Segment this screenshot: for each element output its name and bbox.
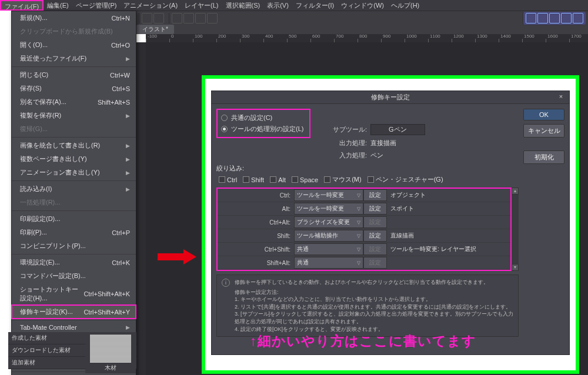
tool-icon[interactable] [537,13,548,24]
initialize-button[interactable]: 初期化 [523,150,564,164]
highlight-frame: 修飾キー設定 × 共通の設定(C) ツールの処理別の設定(L) サブツール:Gペ… [202,75,579,374]
table-row: Ctrl:ツールを一時変更▽設定オブジェクト [218,189,510,202]
filter-checkbox[interactable]: Ctrl [219,176,237,183]
menu-item[interactable]: 画像を統合して書き出し(R)▶ [12,139,136,152]
menu-item[interactable]: 読み込み(I)▶ [12,182,136,196]
tool-icon[interactable] [549,13,560,24]
menu-file[interactable]: ファイル(F) [0,0,44,11]
menu-item[interactable]: アニメーション書き出し(Y)▶ [12,166,136,179]
radio-common[interactable]: 共通の設定(C) [221,112,306,123]
menu-help[interactable]: ヘルプ(H) [387,0,423,11]
tool-icon[interactable] [142,13,152,24]
menu-item[interactable]: 開く(O)...Ctrl+O [12,38,136,52]
menu-item: 一括処理(R)... [12,196,136,209]
modifier-key-label: Ctrl+Alt: [218,219,294,226]
assigned-action: スポイト [387,205,510,213]
assigned-action: 直線描画 [387,232,510,240]
tool-icon[interactable] [526,13,536,24]
document-tab[interactable]: イラスト* [136,25,174,34]
assigned-action: ツールを一時変更: レイヤー選択 [387,245,510,253]
info-icon: i [222,279,230,287]
modifier-key-label: Shift+Alt: [218,260,294,266]
menu-item[interactable]: 修飾キー設定(K)...Ctrl+Shift+Alt+Y [12,305,136,319]
menu-item[interactable]: コンビニプリント(P)... [12,239,136,253]
filter-checkbox[interactable]: ペン・ジェスチャー(G) [368,175,443,184]
menu-item[interactable]: 保存(S)Ctrl+S [12,82,136,95]
settings-button[interactable]: 設定 [363,203,387,215]
menu-item[interactable]: 複数ページ書き出し(Y)▶ [12,152,136,166]
toolbar [136,11,588,25]
menu-item[interactable]: 別名で保存(A)...Shift+Alt+S [12,95,136,109]
output-label: 出力処理: [329,139,367,148]
menu-item[interactable]: 印刷設定(D)... [12,212,136,226]
tool-icon[interactable] [561,13,572,24]
menu-view[interactable]: 表示(V) [263,0,292,11]
menu-item[interactable]: コマンドバー設定(B)... [12,269,136,283]
menu-page[interactable]: ページ管理(P) [72,0,121,11]
chevron-down-icon: ▽ [357,247,360,252]
scroll-down-icon[interactable]: ▾ [512,264,519,271]
tool-icon[interactable] [207,13,218,24]
modifier-key-label: Ctrl: [218,192,294,199]
menu-item[interactable]: 新規(N)...Ctrl+N [12,11,136,25]
menu-item[interactable]: Tab-Mate Controller▶ [12,322,136,333]
action-dropdown[interactable]: ツールを一時変更▽ [294,203,363,215]
settings-button[interactable]: 設定 [363,230,387,242]
tool-icon[interactable] [573,13,583,24]
action-dropdown[interactable]: ブラシサイズを変更▽ [294,216,363,228]
assigned-action: オブジェクト [387,191,510,199]
help-line: 修飾キー設定方法: [235,289,513,296]
chevron-down-icon: ▽ [357,233,360,239]
action-dropdown[interactable]: 共通▽ [294,257,363,269]
tool-icon[interactable] [172,13,182,24]
radio-icon [221,115,228,121]
filter-checkbox[interactable]: Shift [243,176,264,183]
settings-button: 設定 [363,216,387,228]
menu-item[interactable]: ショートカットキー設定(H)...Ctrl+Shift+Alt+K [12,283,136,305]
filter-checkbox[interactable]: Space [292,176,318,183]
close-icon[interactable]: × [556,93,566,102]
filter-checkbox[interactable]: マウス(M) [324,175,362,184]
menu-item[interactable]: 印刷(P)...Ctrl+P [12,226,136,239]
material-thumb[interactable]: 木材 [85,332,136,373]
subtool-field[interactable]: Gペン [370,124,425,135]
radio-per-tool[interactable]: ツールの処理別の設定(L) [221,123,306,135]
table-row: Shift+Alt:共通▽設定 [218,256,510,270]
menu-edit[interactable]: 編集(E) [44,0,72,11]
table-row: Shift:ツール補助操作▽設定直線描画 [218,229,510,243]
tool-icon[interactable] [195,13,206,24]
tool-icon[interactable] [183,13,194,24]
menu-selection[interactable]: 選択範囲(S) [222,0,264,11]
radio-label: ツールの処理別の設定(L) [231,125,303,133]
ok-button[interactable]: OK [523,109,564,120]
filter-checkboxes: CtrlShiftAltSpaceマウス(M)ペン・ジェスチャー(G) [219,175,519,184]
action-dropdown[interactable]: ツールを一時変更▽ [294,189,363,201]
menu-filter[interactable]: フィルター(I) [292,0,338,11]
action-dropdown[interactable]: ツール補助操作▽ [294,230,363,242]
dialog-titlebar: 修飾キー設定 × [212,91,569,104]
menu-animation[interactable]: アニメーション(A) [120,0,181,11]
menu-window[interactable]: ウィンドウ(W) [338,0,387,11]
menu-item[interactable]: 複製を保存(R)▶ [12,109,136,122]
menu-item[interactable]: 最近使ったファイル(F)▶ [12,52,136,65]
scroll-up-icon[interactable]: ▴ [512,188,519,195]
annotation-text: ↑細かいやり方はここに書いてます [250,332,476,350]
ruler-horizontal: -100010020030040050060070080090010001100… [146,34,588,42]
settings-button: 設定 [363,257,387,269]
input-label: 入力処理: [329,151,367,160]
help-line: 1. キーやホイールなどの入力ごとに、割り当てたい動作をリストから選択します。 [235,296,513,303]
menu-layer[interactable]: レイヤー(L) [181,0,222,11]
cancel-button[interactable]: キャンセル [523,124,564,138]
radio-label: 共通の設定(C) [231,113,272,122]
menu-item[interactable]: 環境設定(E)...Ctrl+K [12,256,136,269]
chevron-down-icon: ▽ [357,220,360,225]
chevron-down-icon: ▽ [357,193,360,198]
filter-checkbox[interactable]: Alt [270,176,286,183]
settings-button: 設定 [363,243,387,255]
action-dropdown[interactable]: 共通▽ [294,243,363,255]
menu-item[interactable]: 閉じる(C)Ctrl+W [12,68,136,82]
tool-icon[interactable] [153,13,164,24]
scrollbar[interactable]: ▴ ▾ [512,188,519,271]
settings-button[interactable]: 設定 [363,189,387,201]
input-value: ペン [370,151,383,160]
